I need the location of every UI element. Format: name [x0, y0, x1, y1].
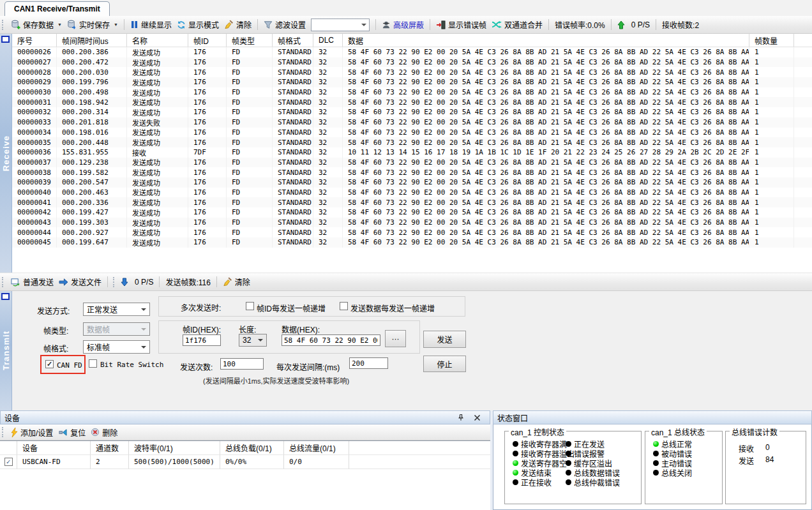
display-mode-button[interactable]: 显示模式 — [174, 18, 222, 31]
advanced-mask-button[interactable]: 高级屏蔽 — [379, 18, 426, 31]
table-row[interactable]: 00000040000.200.463发送成功176FDSTANDARD3258… — [12, 188, 812, 198]
status-body: can_1 控制状态 接收寄存器满接收寄存器溢出发送寄存器空发送结束正在接收 正… — [493, 424, 812, 510]
cell: 32 — [313, 87, 343, 98]
table-row[interactable]: 00000030000.200.498发送成功176FDSTANDARD3258… — [12, 87, 812, 98]
column-header[interactable]: 帧格式 — [273, 34, 313, 47]
table-row[interactable]: 00000033000.201.818发送失败176FDSTANDARD3258… — [12, 117, 812, 128]
table-row[interactable]: 00000039000.200.547发送成功176FDSTANDARD3258… — [12, 177, 812, 188]
receive-side-tab[interactable]: Receive — [0, 34, 12, 273]
browse-data-button[interactable]: ··· — [385, 330, 406, 347]
toolbar-grip[interactable] — [2, 20, 4, 30]
cell: 发送成功 — [127, 197, 188, 207]
add-setup-button[interactable]: 添加/设置 — [8, 426, 56, 439]
column-header[interactable]: 帧间隔时间us — [57, 34, 127, 47]
toolbar-grip[interactable] — [2, 427, 4, 437]
table-row[interactable]: 00000037000.129.238发送成功176FDSTANDARD3258… — [12, 158, 812, 168]
delete-button[interactable]: 删除 — [88, 426, 120, 439]
column-header-filler — [794, 34, 812, 47]
tx-clear-button[interactable]: 清除 — [220, 275, 253, 289]
table-row[interactable]: 00000029000.199.796发送成功176FDSTANDARD3258… — [12, 77, 812, 87]
table-row[interactable]: 00000026000.200.386发送成功176FDSTANDARD3258… — [12, 47, 812, 57]
send-mode-select[interactable]: 正常发送 — [83, 303, 150, 316]
status-item: 错误报警 — [566, 449, 620, 458]
status-panel-title: 状态窗口 — [497, 412, 808, 423]
realtime-save-button[interactable]: 实时保存 ▼ — [64, 18, 121, 31]
cell: 00000041 — [12, 197, 57, 207]
column-header[interactable]: 总线负载(0/1) — [220, 441, 284, 455]
column-header[interactable]: 波特率(0/1) — [129, 441, 220, 455]
close-icon[interactable] — [474, 414, 481, 421]
table-row[interactable]: 00000034000.198.016发送成功176FDSTANDARD3258… — [12, 128, 812, 138]
id-increase-checkbox[interactable] — [246, 302, 254, 310]
cell: 1 — [749, 197, 794, 207]
column-header[interactable]: 帧数量 — [749, 34, 794, 47]
lightning-icon — [11, 428, 18, 437]
pause-icon — [130, 20, 139, 29]
interval-input[interactable] — [349, 357, 388, 369]
column-header[interactable]: 数据 — [343, 34, 749, 47]
restore-window-icon[interactable] — [1, 36, 10, 43]
clear-button[interactable]: 清除 — [222, 18, 254, 31]
column-header[interactable]: 序号 — [12, 34, 57, 47]
cell: 发送成功 — [127, 97, 188, 107]
transmit-side-tab[interactable]: Transmit — [0, 291, 12, 410]
column-header[interactable]: 名称 — [127, 34, 188, 47]
send-file-button[interactable]: 发送文件 — [56, 275, 104, 289]
normal-send-button[interactable]: 普通发送 — [8, 275, 56, 289]
frame-id-input[interactable] — [183, 334, 221, 346]
column-header[interactable]: DLC — [313, 34, 343, 47]
cell: 000.199.647 — [57, 237, 127, 248]
column-header[interactable]: 通道数 — [91, 441, 129, 455]
device-table-row[interactable]: USBCAN-FD 2 500(500)/1000(5000) 0%/0% 0/… — [0, 455, 490, 469]
cell: 000.200.448 — [57, 137, 127, 147]
table-row[interactable]: 00000035000.200.448发送成功176FDSTANDARD3258… — [12, 137, 812, 147]
data-hex-input[interactable] — [282, 334, 380, 346]
cell: 发送成功 — [127, 207, 188, 218]
filter-settings-button[interactable]: 滤波设置 — [261, 18, 308, 31]
column-header[interactable]: 总线流量(0/1) — [284, 441, 349, 455]
frame-format-select[interactable]: 标准帧 — [83, 340, 150, 354]
cell: 176 — [188, 117, 227, 128]
table-row[interactable]: 00000027000.200.472发送成功176FDSTANDARD3258… — [12, 57, 812, 68]
cell: 发送成功 — [127, 218, 188, 228]
table-row[interactable]: 00000042000.199.427发送成功176FDSTANDARD3258… — [12, 207, 812, 218]
continue-display-button[interactable]: 继续显示 — [128, 18, 174, 31]
device-panel: 设备 添加/设置 复位 删除 设备通道数波特率(0/1)总线负载(0/1)总线流… — [0, 410, 490, 510]
column-header[interactable]: 帧类型 — [227, 34, 273, 47]
data-increase-checkbox[interactable] — [340, 302, 348, 310]
can-fd-checkbox[interactable] — [45, 360, 54, 368]
filter-combobox[interactable] — [311, 19, 370, 31]
toolbar-grip[interactable] — [2, 277, 4, 287]
pin-icon[interactable] — [457, 414, 465, 421]
device-checkbox[interactable] — [4, 458, 13, 466]
dual-channel-merge-button[interactable]: 双通道合并 — [489, 18, 545, 31]
table-row[interactable]: 00000038000.199.582发送成功176FDSTANDARD3258… — [12, 167, 812, 177]
tab-can1-receive-transmit[interactable]: CAN1 Receive/Transmit — [4, 1, 110, 16]
stop-button[interactable]: 停止 — [423, 356, 466, 372]
status-led — [513, 451, 518, 456]
show-error-frames-button[interactable]: 显示错误帧 — [433, 18, 489, 31]
table-row[interactable]: 00000044000.200.927发送成功176FDSTANDARD3258… — [12, 227, 812, 237]
restore-window-icon[interactable] — [1, 293, 10, 300]
length-select[interactable]: 32 — [239, 334, 267, 347]
cell: 58 4F 60 73 22 90 E2 00 20 5A 4E C3 26 8… — [343, 237, 749, 248]
send-button[interactable]: 发送 — [423, 331, 466, 348]
table-row[interactable]: 00000036155.831.955接收7DFFDSTANDARD3210 1… — [12, 147, 812, 158]
table-row[interactable]: 00000031000.198.942发送成功176FDSTANDARD3258… — [12, 97, 812, 107]
cell: 00000037 — [12, 158, 57, 168]
send-count-input[interactable] — [220, 358, 264, 370]
table-row[interactable]: 00000043000.199.303发送成功176FDSTANDARD3258… — [12, 218, 812, 228]
reset-button[interactable]: 复位 — [56, 426, 88, 439]
table-row[interactable]: 00000045000.199.647发送成功176FDSTANDARD3258… — [12, 237, 812, 248]
table-row[interactable]: 00000028000.200.030发送成功176FDSTANDARD3258… — [12, 67, 812, 77]
rx-error-count-row: 接收 0 — [739, 443, 770, 454]
column-header[interactable]: 设备 — [17, 441, 91, 455]
bit-rate-switch-checkbox[interactable] — [89, 359, 97, 368]
table-row[interactable]: 00000032000.200.314发送成功176FDSTANDARD3258… — [12, 107, 812, 117]
toolbar-grip[interactable] — [113, 277, 116, 287]
tab-title: CAN1 Receive/Transmit — [14, 4, 100, 13]
save-data-button[interactable]: 保存数据 ▼ — [8, 18, 64, 31]
table-row[interactable]: 00000041000.200.336发送成功176FDSTANDARD3258… — [12, 197, 812, 207]
column-header[interactable]: 帧ID — [188, 34, 227, 47]
cell: 32 — [313, 188, 343, 198]
